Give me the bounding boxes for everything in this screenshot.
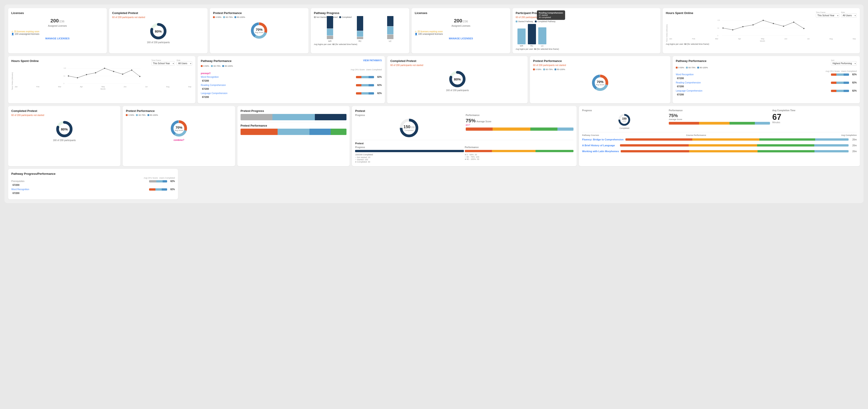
pathway-name-wr-1[interactable]: Word Recognition	[201, 76, 354, 78]
svg-point-18	[793, 22, 794, 23]
prereq-bar-1	[149, 180, 167, 182]
pretest-stats-grid-1: Progress 150/200 Completed ○ Not started…	[355, 146, 574, 163]
course-time-2: 20m	[850, 144, 857, 147]
legend-dot-darkblue-1	[235, 16, 236, 18]
timeframe-select-wrap-2[interactable]: This School Year	[151, 61, 175, 65]
pathway-name-rc-1[interactable]: Reading Comprehension	[201, 84, 354, 86]
right-panel-progress-1: Progress 150 /200 Complet	[582, 109, 666, 129]
bar-group-lc-1: LC	[376, 16, 404, 42]
bar-red-lc-1	[356, 92, 361, 94]
completed-pretest-donut-1: 80%	[149, 22, 167, 40]
wr-pp-name-1[interactable]: Word Recognition	[11, 188, 148, 191]
course-row-3: Working with Latin Morphemes 20m	[582, 150, 857, 153]
view-pathways-link-1[interactable]: VIEW PATHWAYS	[363, 59, 382, 62]
row-2: Hours Spent Online Time Frame This Schoo…	[8, 56, 860, 103]
pretest-performance-title-1: Pretest Performance	[213, 11, 305, 15]
role-select-wrap-2[interactable]: All Users	[177, 61, 192, 65]
pathway-name-rc-2[interactable]: Reading Comprehension	[676, 81, 830, 84]
pathway-score-rc-1: 82%	[375, 84, 382, 86]
timeframe-select-1[interactable]: This School Year	[816, 13, 839, 18]
course-name-2[interactable]: A Brief History of Language	[582, 144, 618, 147]
bar-started-lc-1	[387, 26, 394, 34]
bar-completed-wr-1	[327, 16, 333, 28]
svg-point-34	[140, 76, 141, 77]
pretest-perf-donut-1: 70% Avg Score	[250, 22, 268, 39]
rp-performance-label-1: Performance	[669, 109, 770, 112]
svg-point-17	[783, 26, 784, 27]
pathway-name-lc-1[interactable]: Language Comprehension	[201, 92, 354, 94]
avg-logins-hours-1: Avg logins per user: 82 (for selected ti…	[666, 43, 857, 45]
completed-pretest-participants-1: 160 of 200 participants	[147, 41, 169, 43]
prereqs-label-1: prereqs!!	[201, 72, 382, 75]
pathway-bar-rc-2	[831, 82, 849, 84]
pretest-combined-title-1: Pretest	[355, 109, 574, 113]
manage-licenses-link-1[interactable]: MANAGE LICENSES	[11, 37, 104, 40]
rp-donut-wrap-1: 150 /200 Completed	[582, 113, 666, 129]
role-wrap-1: Role All Users	[841, 11, 857, 18]
pp-bar-wr-started-1	[518, 28, 526, 44]
pretest-progress-section-1: Progress 150/200 Completed	[355, 114, 463, 138]
pathway-progress-title-1: Pathway Progress	[314, 11, 406, 15]
manage-licenses-link-2[interactable]: MANAGE LICENSES	[415, 37, 507, 40]
role-select-2[interactable]: All Users	[177, 61, 192, 65]
hours-chart-area-1: 100 50 0	[668, 19, 857, 42]
hours-x-label-2: Month	[14, 88, 192, 90]
pp-col2-1: Users Completed	[159, 177, 175, 179]
perf-bar-blue-1	[278, 129, 309, 135]
role-select-1[interactable]: All Users	[841, 13, 857, 18]
bar-notstarted-rc-1	[357, 37, 363, 39]
bar-blue-wr-1	[361, 76, 369, 78]
completed-pretest-participants-3: 160 of 200 participants	[53, 139, 76, 142]
pp-bar-rc-1: Reading Comprehension: 37 started 30 com…	[528, 24, 536, 47]
stat-perf-low-1: ● 0 - 59%: 20	[465, 153, 574, 156]
pathway-row-rc-1: Reading Comprehension 82% 67/200	[201, 84, 382, 90]
pathway-bar-rc-1	[356, 84, 374, 86]
combine-label-1[interactable]: combine?	[174, 139, 184, 141]
pathway-performance-card-2: Pathway Performance Sort Highest Perform…	[673, 56, 860, 103]
svg-point-19	[803, 28, 804, 29]
arc-label-1[interactable]: arc?	[466, 124, 574, 126]
bar-label-rc-1: RC	[359, 40, 362, 42]
pretest-progress-title-1: Pretest Progress	[241, 109, 346, 113]
right-panel-card-1: Progress 150 /200 Complet	[579, 106, 860, 166]
sort-select-2[interactable]: Highest Performing	[831, 61, 857, 65]
pathway-row-wr-1: Word Recognition 82% 67/200	[201, 76, 382, 82]
pathway-row-lc-2: Language Comprehension 82% 67/200	[676, 90, 857, 96]
large-donut-1: 150/200 Completed	[399, 118, 419, 138]
hours-chart-wrap-2: Time Online (Minutes) 100 50 0	[11, 66, 192, 90]
pretest-performance-title-3: Pretest Performance	[126, 109, 232, 113]
pathway-name-lc-2[interactable]: Language Comprehension	[676, 90, 830, 92]
pathway-perf-legend-2: 0-59% 60-79% 80-100%	[676, 66, 857, 69]
timeframe-select-wrap-1[interactable]: This School Year	[816, 13, 839, 18]
legend-started-pathway-1: Started Pathway	[516, 20, 533, 23]
pathway-progress-barchart-1: WR RC LC	[314, 20, 406, 42]
section-divider-1	[241, 122, 346, 122]
svg-text:0: 0	[717, 35, 718, 36]
pp-tooltip-1: Reading Comprehension: 37 started 30 com…	[537, 10, 565, 20]
sort-select-wrap-outer-2[interactable]: Highest Performing	[831, 61, 857, 65]
hours-line-chart-2: 100 50 0	[14, 66, 192, 85]
stat-circle-notstarted-1: ○ Not started: 20	[355, 156, 464, 158]
licenses-denom-1: /236	[59, 20, 64, 23]
role-select-wrap-1[interactable]: All Users	[841, 13, 857, 18]
completed-pretest-donut-3: 80%	[55, 120, 73, 138]
progress-label-2: Progress	[355, 146, 464, 149]
pretest-perf-title-bar-1: Pretest Performance	[241, 124, 346, 127]
course-name-3[interactable]: Working with Latin Morphemes	[582, 150, 619, 153]
svg-point-28	[86, 74, 87, 75]
ppleg2-red	[533, 68, 535, 70]
hours-months-1: Jan Feb Mar Apr May Jun Jul Aug Sep	[668, 38, 857, 40]
hours-online-card-2: Hours Spent Online Time Frame This Schoo…	[8, 56, 195, 103]
licenses-number-1: 200	[50, 18, 59, 24]
pathway-score-lc-1: 82%	[375, 92, 382, 94]
ppleg4-red	[126, 114, 128, 116]
completed-pretest-card-1: Completed Pretest 60 of 200 participants…	[109, 8, 208, 53]
hours-x-label-1: Month	[668, 40, 857, 42]
course-name-1[interactable]: Fluency: Bridge to Comprehension	[582, 138, 623, 141]
timeframe-select-2[interactable]: This School Year	[151, 61, 175, 65]
perf-bar-green-1	[331, 129, 346, 135]
pathway-name-wr-2[interactable]: Word Recognition	[676, 73, 830, 76]
rp-avg-completion-label-1: Avg Completion Time	[772, 109, 857, 112]
pretest-title-2: Pretest	[355, 142, 574, 145]
pretest-perf-score-3: 70%	[175, 125, 183, 129]
